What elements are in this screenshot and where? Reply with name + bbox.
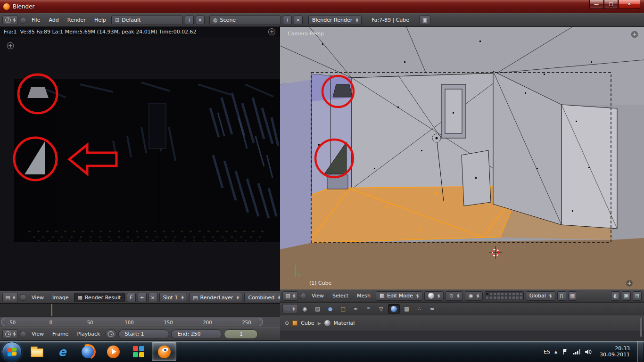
snap-toggle-button[interactable]: U bbox=[557, 291, 566, 301]
screen-layout-selector[interactable]: ⊞ Default bbox=[111, 16, 183, 25]
taskbar-item-firefox[interactable] bbox=[75, 342, 100, 361]
dropdown-arrows-icon: ▲▼ bbox=[477, 294, 479, 298]
menu-view[interactable]: View bbox=[28, 331, 47, 337]
show-desktop-button[interactable] bbox=[637, 341, 643, 362]
breadcrumb-material[interactable]: Material bbox=[334, 320, 355, 326]
taskbar-item-internet-explorer[interactable]: e bbox=[50, 342, 74, 361]
menu-select[interactable]: Select bbox=[329, 293, 352, 299]
viewport-3d-canvas[interactable]: y Camera Persp (1) Cube bbox=[280, 27, 644, 289]
timeline-tick-label: 150 bbox=[164, 320, 173, 325]
render-pass-selector[interactable]: Combined ▲▼ bbox=[244, 293, 280, 302]
editor-type-button-image[interactable]: ▤ ▲▼ bbox=[2, 293, 18, 302]
pin-icon[interactable]: ⊙ bbox=[285, 320, 289, 326]
header-menu-toggle[interactable] bbox=[20, 17, 26, 24]
live-apps-icon bbox=[133, 346, 144, 357]
editor-corner-button[interactable]: ⊞ bbox=[633, 291, 642, 301]
tab-world[interactable]: ● bbox=[324, 304, 336, 314]
current-frame-field[interactable]: 1 bbox=[224, 329, 258, 339]
breadcrumb-object[interactable]: Cube bbox=[301, 320, 314, 326]
menu-render[interactable]: Render bbox=[64, 17, 89, 23]
viewport-shading-selector[interactable]: ▲▼ bbox=[424, 291, 444, 301]
frame-end-field[interactable]: End: 250 bbox=[171, 329, 222, 339]
tab-texture[interactable]: ▦ bbox=[401, 304, 413, 314]
editor-type-button-properties[interactable]: ≡ ▲▼ bbox=[282, 304, 298, 313]
volume-icon[interactable] bbox=[585, 348, 592, 355]
editor-type-button-timeline[interactable]: ▲▼ bbox=[2, 329, 18, 339]
menu-view[interactable]: View bbox=[28, 295, 47, 301]
timeline-editor-icon bbox=[5, 331, 11, 337]
tab-physics[interactable]: ≈ bbox=[426, 304, 438, 314]
header-menu-toggle[interactable] bbox=[300, 293, 306, 299]
clock-time: 20:33 bbox=[600, 346, 630, 352]
image-datablock-selector[interactable]: ▦ Render Result bbox=[74, 293, 125, 302]
menu-image[interactable]: Image bbox=[49, 295, 72, 301]
menu-view[interactable]: View bbox=[308, 293, 327, 299]
taskbar-item-live-apps[interactable] bbox=[126, 342, 151, 361]
time-toggle-button[interactable] bbox=[105, 329, 116, 339]
manipulator-selector[interactable]: ◉ ▲▼ bbox=[465, 291, 483, 301]
snap-element-button[interactable]: ▦ bbox=[568, 291, 577, 301]
header-menu-toggle[interactable] bbox=[20, 331, 26, 337]
tab-particles[interactable]: ∴ bbox=[413, 304, 425, 314]
taskbar-item-explorer[interactable] bbox=[25, 342, 49, 361]
slot-selector[interactable]: Slot 1 ▲▼ bbox=[159, 293, 188, 302]
tab-object[interactable]: □ bbox=[337, 304, 349, 314]
frame-start-field[interactable]: Start: 1 bbox=[118, 329, 169, 339]
tab-constraints[interactable]: ∞ bbox=[350, 304, 362, 314]
header-menu-toggle[interactable] bbox=[20, 294, 26, 301]
editor-type-button-info[interactable]: i ▲▼ bbox=[2, 16, 18, 25]
region-expand-icon[interactable]: + bbox=[268, 28, 275, 35]
menu-playback[interactable]: Playback bbox=[74, 331, 103, 337]
network-icon[interactable] bbox=[573, 348, 580, 355]
add-scene-button[interactable]: + bbox=[283, 16, 292, 25]
new-image-button[interactable]: + bbox=[138, 293, 147, 302]
properties-scrollbar[interactable] bbox=[640, 317, 643, 337]
tab-object-data[interactable]: ▽ bbox=[375, 304, 387, 314]
render-opengl-button[interactable]: ◐ bbox=[611, 291, 620, 301]
taskbar-clock[interactable]: 20:33 30-09-2011 bbox=[600, 346, 630, 358]
tab-scene[interactable]: ▤ bbox=[312, 304, 323, 314]
render-engine-selector[interactable]: Blender Render ▲▼ bbox=[308, 16, 362, 25]
close-button[interactable]: ✕ bbox=[619, 0, 640, 9]
editor-type-button-3dview[interactable]: ▧ ▲▼ bbox=[282, 291, 298, 301]
dropdown-arrows-icon: ▲▼ bbox=[293, 294, 295, 298]
pivot-center-selector[interactable]: ⊙ ▲▼ bbox=[446, 291, 463, 301]
render-opengl-anim-button[interactable]: ▣ bbox=[622, 291, 631, 301]
menu-help[interactable]: Help bbox=[91, 17, 109, 23]
action-center-flag-icon[interactable] bbox=[561, 348, 569, 355]
minimize-button[interactable]: — bbox=[589, 0, 603, 9]
unlink-image-button[interactable]: × bbox=[149, 293, 157, 302]
tab-modifiers[interactable]: * bbox=[363, 304, 374, 314]
transform-orientation-selector[interactable]: Global ▲▼ bbox=[526, 291, 555, 301]
add-screen-button[interactable]: + bbox=[185, 16, 194, 25]
layers-widget[interactable] bbox=[485, 291, 524, 300]
timeline-header: ▲▼ View Frame Playback Start: 1 End: 250… bbox=[0, 327, 280, 341]
mode-selector[interactable]: Edit Mode ▲▼ bbox=[376, 291, 422, 301]
taskbar-item-blender[interactable] bbox=[152, 342, 176, 361]
show-hidden-icons-button[interactable]: ▲ bbox=[554, 350, 557, 354]
delete-screen-button[interactable]: × bbox=[196, 16, 205, 25]
region-corner-widget[interactable] bbox=[631, 31, 638, 38]
fake-user-button[interactable]: F bbox=[127, 293, 136, 302]
delete-scene-button[interactable]: × bbox=[294, 16, 303, 25]
current-frame-indicator[interactable] bbox=[51, 304, 52, 317]
timeline-track[interactable] bbox=[0, 304, 280, 316]
screencast-button[interactable]: ▣ bbox=[419, 16, 430, 25]
menu-add[interactable]: Add bbox=[45, 17, 62, 23]
tab-render[interactable]: ◉ bbox=[299, 304, 311, 314]
tab-material[interactable] bbox=[388, 304, 400, 314]
maximize-button[interactable]: □ bbox=[604, 0, 618, 9]
menu-mesh[interactable]: Mesh bbox=[354, 293, 374, 299]
region-corner-widget[interactable] bbox=[7, 42, 14, 49]
region-corner-widget[interactable] bbox=[626, 280, 633, 287]
magnet-icon: U bbox=[560, 293, 563, 299]
render-layer-selector[interactable]: ▤ RenderLayer ▲▼ bbox=[189, 293, 242, 302]
timeline-ruler[interactable]: -50 0 50 100 150 200 250 bbox=[0, 316, 280, 327]
menu-frame[interactable]: Frame bbox=[49, 331, 72, 337]
start-button[interactable] bbox=[2, 342, 22, 362]
menu-file[interactable]: File bbox=[28, 17, 43, 23]
scene-selector[interactable]: ◍ Scene bbox=[209, 16, 281, 25]
image-editor-canvas[interactable] bbox=[0, 37, 280, 291]
language-indicator[interactable]: ES bbox=[544, 349, 550, 355]
taskbar-item-media-player[interactable] bbox=[101, 342, 125, 361]
